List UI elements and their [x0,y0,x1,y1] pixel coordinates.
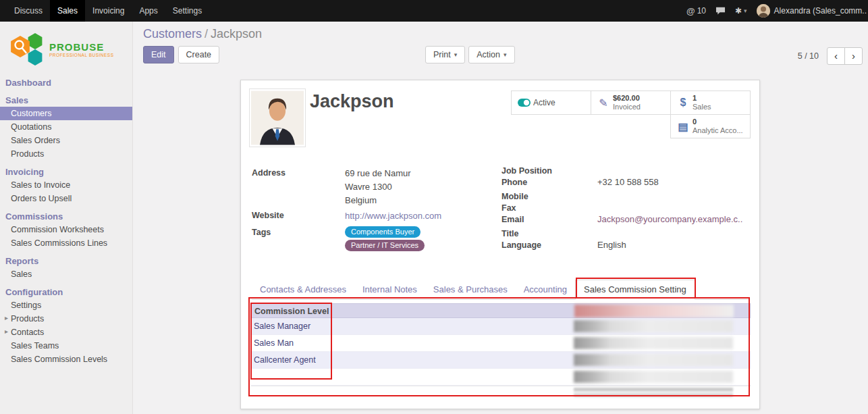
tab-contacts-addresses[interactable]: Contacts & Addresses [252,280,354,299]
commission-level-column-header: Commission Level [254,307,329,316]
sales-count-label: Sales [693,103,711,111]
pager-next-button[interactable]: › [844,47,863,65]
breadcrumb-current: Jackpson [211,27,262,41]
fax-label: Fax [501,203,597,213]
phone-value: +32 10 588 558 [597,177,659,188]
sidebar-heading-invoicing[interactable]: Invoicing [0,165,132,178]
sidebar-item-commission-worksheets[interactable]: Commission Worksheets [0,223,132,236]
sidebar-item-label: Contacts [11,328,44,337]
screen: Discuss Sales Invoicing Apps Settings @ … [0,0,868,414]
menu-discuss[interactable]: Discuss [7,0,50,22]
sidebar-heading-commissions[interactable]: Commissions [0,210,132,223]
address-line-3: Belgium [345,194,411,207]
sidebar-heading-sales[interactable]: Sales [0,94,132,107]
commission-row-sales-manager[interactable]: Sales Manager [251,318,751,335]
job-position-label: Job Position [501,165,597,176]
expand-arrow-icon: ▸ [5,328,8,335]
sidebar-item-config-contacts[interactable]: ▸ Contacts [0,326,132,339]
stat-analytic-button[interactable]: ▤ 0 Analytic Acco... [670,114,751,138]
redacted-cell-block [574,371,733,383]
sidebar-item-sales-to-invoice[interactable]: Sales to Invoice [0,178,132,192]
tab-sales-purchases[interactable]: Sales & Purchases [425,280,516,299]
action-dropdown-button[interactable]: Action ▾ [468,46,514,63]
redacted-footer-block [574,388,733,397]
commission-table-footer [251,386,751,399]
user-avatar [757,4,770,18]
title-label: Title [501,228,597,239]
sidebar-item-sales-commissions-lines[interactable]: Sales Commissions Lines [0,236,132,250]
commission-level-cell: Sales Man [254,338,294,348]
sidebar: PROBUSE PROFESSIONAL BUSINESS Dashboard … [0,22,133,414]
activity-count-badge: 10 [697,6,706,16]
address-line-1: 69 rue de Namur [345,167,411,180]
sidebar-item-sales-commission-levels[interactable]: Sales Commission Levels [0,353,132,366]
tag-components-buyer[interactable]: Components Buyer [345,226,421,238]
sidebar-item-sales-orders[interactable]: Sales Orders [0,134,132,147]
caret-down-icon: ▾ [454,51,458,58]
person-photo-placeholder [251,90,304,145]
language-label: Language [501,240,597,251]
messages-button[interactable] [715,6,726,16]
sidebar-item-customers[interactable]: Customers [0,107,132,120]
sidebar-item-quotations[interactable]: Quotations [0,120,132,134]
redacted-header-block [574,305,734,317]
sidebar-item-reports-sales[interactable]: Sales [0,267,132,281]
sidebar-item-sales-teams[interactable]: Sales Teams [0,339,132,353]
redacted-cell-block [574,320,733,332]
debug-menu-button[interactable]: ✱ ▾ [735,6,747,16]
sales-count-value: 1 [693,94,711,103]
activities-indicator[interactable]: @ 10 [686,6,706,16]
main-content: Customers/Jackpson Edit Create Print ▾ A… [133,22,868,414]
stat-active-label: Active [533,98,555,107]
commission-row-callcenter-agent[interactable]: Callcenter Agent [251,352,751,369]
stat-active-button[interactable]: Active [511,90,591,115]
analytic-account-icon: ▤ [674,120,693,133]
email-link[interactable]: Jackpson@yourcompany.example.c.. [597,214,742,225]
stat-buttons: Active ✎ $620.00 Invoiced $ 1 Sales [510,90,751,138]
sidebar-heading-configuration[interactable]: Configuration [0,286,132,299]
stat-sales-button[interactable]: $ 1 Sales [670,90,751,115]
customer-photo[interactable] [249,88,306,147]
topbar-right: @ 10 ✱ ▾ Alexandra [686,0,868,22]
sidebar-heading-reports[interactable]: Reports [0,255,132,267]
mention-icon: @ [686,6,695,16]
tab-sales-commission-setting[interactable]: Sales Commission Setting [575,280,695,300]
app-logo: PROBUSE PROFESSIONAL BUSINESS [0,22,132,75]
commission-table: Commission Level Sales Manager Sales Man… [251,303,751,399]
sidebar-item-config-products[interactable]: ▸ Products [0,312,132,326]
notebook-tabs: Contacts & Addresses Internal Notes Sale… [252,281,749,300]
record-sheet: Jackpson Active ✎ $620.00 Invoiced [240,80,760,409]
tags-label: Tags [252,226,345,253]
menu-invoicing[interactable]: Invoicing [85,0,132,22]
sidebar-item-config-settings[interactable]: Settings [0,299,132,312]
sidebar-item-products[interactable]: Products [0,147,132,161]
analytic-value: 0 [693,118,743,126]
website-link[interactable]: http://www.jackpson.com [345,209,441,222]
sidebar-nav: Dashboard Sales Customers Quotations Sal… [0,76,132,366]
menu-sales[interactable]: Sales [50,0,85,22]
breadcrumb: Customers/Jackpson [143,27,262,41]
language-value: English [597,240,626,251]
chat-bubble-icon [715,6,726,16]
stat-invoiced-button[interactable]: ✎ $620.00 Invoiced [591,90,671,115]
address-line-2: Wavre 1300 [345,180,411,194]
sidebar-heading-dashboard[interactable]: Dashboard [0,76,132,89]
tag-partner-it-services[interactable]: Partner / IT Services [345,240,425,251]
commission-row-sales-man[interactable]: Sales Man [251,335,751,352]
tab-internal-notes[interactable]: Internal Notes [354,280,425,299]
pager-previous-button[interactable]: ‹ [827,47,845,65]
edit-button[interactable]: Edit [143,46,174,63]
sidebar-item-orders-to-upsell[interactable]: Orders to Upsell [0,192,132,205]
user-name: Alexandra (Sales_comm.. [774,6,867,16]
pager-text: 5 / 10 [798,51,819,61]
tab-accounting[interactable]: Accounting [516,280,575,299]
user-menu[interactable]: Alexandra (Sales_comm.. [757,4,867,18]
commission-row-empty[interactable] [251,369,751,386]
print-dropdown-button[interactable]: Print ▾ [425,46,465,63]
breadcrumb-customers[interactable]: Customers [143,27,202,41]
menu-settings[interactable]: Settings [165,0,209,22]
pencil-icon: ✎ [594,97,613,109]
expand-arrow-icon: ▸ [5,314,8,321]
create-button[interactable]: Create [178,46,220,63]
menu-apps[interactable]: Apps [132,0,165,22]
